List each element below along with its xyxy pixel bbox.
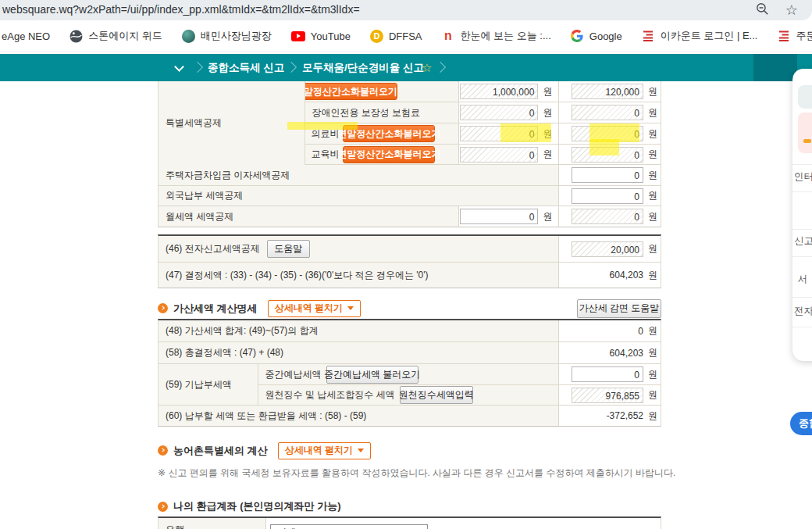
penalty-section-header: 가산세액 계산명세 상세내역 펼치기 가산세 감면 도움말 (158, 298, 661, 318)
housing-loan-interest-input[interactable]: 0 (572, 167, 643, 183)
ecount-icon (777, 30, 790, 43)
bookmark-dffsa[interactable]: D DFFSA (370, 30, 422, 43)
nav-tab-simple-filing[interactable]: 모두채움/단순경비율 신고 (302, 61, 424, 75)
table-row: 외국납부 세액공제 0원 (158, 186, 661, 206)
url-bar[interactable]: websquare.wq?w2xPath=/ui/pp/index_pp.xml… (0, 0, 812, 20)
foreign-tax-credit-input[interactable]: 0 (572, 188, 643, 204)
penalty-reduction-help-button[interactable]: 가산세 감면 도움말 (577, 299, 661, 318)
determined-tax-value: 604,203 (610, 270, 643, 281)
youtube-icon (291, 31, 305, 41)
dropdown-arrow-icon (347, 306, 354, 310)
row-label: 교육비 (311, 148, 339, 161)
expand-detail-button[interactable]: 상세내역 펼치기 (278, 442, 371, 459)
yearend-simplified-import-button[interactable]: 연말정산간소화불러오기 (294, 83, 397, 100)
won-suffix: 원 (543, 106, 553, 120)
quick-menu-panel: 인터 신고 서 전자 (792, 69, 812, 361)
won-suffix: 원 (648, 127, 658, 141)
interim-prepayment-import-button[interactable]: 중간예납세액 불러오기 (326, 366, 418, 384)
disability-insurance-input-1[interactable]: 0 (460, 105, 538, 120)
divider (792, 297, 812, 298)
row-label: (48) 가산세액 합계: (49)~(57)의 합계 (166, 324, 319, 338)
won-suffix: 원 (648, 189, 658, 202)
quick-menu-item[interactable]: 인터 (794, 170, 812, 184)
insurance-premium-input-1[interactable]: 1,000,000 (460, 84, 538, 99)
efile-credit-input[interactable]: 20,000 (572, 241, 643, 257)
zoom-out-icon[interactable] (755, 2, 770, 20)
bookmark-order-entry[interactable]: 주문서입력 (777, 29, 812, 43)
planet-icon (182, 30, 195, 43)
letter-d-icon: D (370, 30, 383, 43)
quick-menu-item[interactable]: 신고 (794, 234, 812, 248)
naver-n-icon: n (442, 30, 455, 43)
won-suffix: 원 (648, 148, 658, 161)
special-tax-credit-table: 특별세액공제 연말정산간소화불러오기 1,000,000원 120,000원 장… (158, 81, 661, 227)
bookmark-ecount-login[interactable]: 이카운트 로그인 | E... (642, 29, 758, 43)
breadcrumb-separator (192, 62, 203, 73)
bookmark-star-icon[interactable]: ☆ (785, 3, 798, 17)
withholding-tax-input[interactable]: 976,855 (572, 388, 643, 403)
table-row: 주택자금차입금 이자세액공제 0원 (158, 165, 661, 186)
divider (792, 229, 812, 230)
bookmark-label: DFFSA (389, 30, 422, 42)
withholding-tax-entry-button[interactable]: 원천징수세액입력 (400, 386, 473, 404)
won-suffix: 원 (543, 85, 553, 98)
table-row: 은행 선택 (158, 518, 661, 529)
monthly-rent-credit-input-2[interactable]: 0 (572, 209, 643, 224)
row-label: 월세액 세액공제 (166, 210, 233, 223)
won-suffix: 원 (648, 106, 658, 120)
education-expense-input-2[interactable]: 0 (572, 147, 643, 163)
won-suffix: 원 (648, 169, 658, 182)
bookmark-label: 이카운트 로그인 | E... (661, 29, 758, 43)
row-label: 장애인전용 보장성 보험료 (312, 106, 420, 120)
bookmark-naver-today[interactable]: n 한눈에 보는 오늘 :... (442, 29, 551, 43)
bank-select[interactable]: 선택 (270, 524, 428, 529)
quick-menu-item[interactable]: 전자 (794, 305, 812, 318)
quick-menu-accent (803, 139, 811, 143)
quick-menu-item[interactable]: 서 (798, 273, 808, 286)
special-deduction-label-cell: 특별세액공제 (158, 81, 305, 165)
row-label: (59) 기납부세액 (166, 378, 232, 391)
favorite-star-icon[interactable]: ☆ (422, 61, 432, 75)
yearend-simplified-import-button[interactable]: 연말정산간소화불러오기 (343, 125, 435, 142)
row-label: 은행 (166, 524, 184, 529)
won-suffix: 원 (648, 210, 658, 223)
top-nav-bar: 종합소득세 신고 모두채움/단순경비율 신고 ☆ (0, 54, 812, 81)
yearend-simplified-import-button[interactable]: 연말정산간소화불러오기 (343, 146, 435, 163)
nav-tab-income-tax[interactable]: 종합소득세 신고 (208, 61, 284, 75)
quick-menu-chip[interactable] (798, 85, 812, 109)
row-label: (46) 전자신고세액공제 (166, 242, 260, 256)
interim-prepayment-input[interactable]: 0 (572, 366, 643, 382)
refund-account-table: 은행 선택 (158, 516, 661, 529)
education-expense-input-1[interactable]: 0 (460, 147, 538, 163)
sub-row-label: 중간예납세액 (265, 368, 322, 381)
url-text[interactable]: websquare.wq?w2xPath=/ui/pp/index_pp.xml… (2, 3, 360, 16)
medical-expense-input-1[interactable]: 0 (460, 126, 538, 141)
won-suffix: 원 (648, 85, 658, 98)
insurance-premium-input-2[interactable]: 120,000 (572, 84, 643, 99)
row-label: 주택자금차입금 이자세액공제 (166, 169, 290, 182)
dropdown-arrow-icon (358, 449, 364, 452)
bookmark-label: Google (589, 30, 622, 42)
section-bullet-icon (158, 502, 168, 512)
monthly-rent-credit-input-1[interactable]: 0 (460, 209, 538, 224)
chat-help-button[interactable]: 종합 (790, 412, 812, 435)
medical-expense-input-2[interactable]: 0 (572, 126, 643, 141)
bookmark-baemin[interactable]: 배민사장님광장 (182, 29, 272, 43)
refund-account-section-header: 나의 환급계좌 (본인명의계좌만 가능) (158, 499, 661, 513)
bookmark-stoneage[interactable]: 스톤에이지 위드 (69, 29, 162, 43)
expand-detail-button[interactable]: 상세내역 펼치기 (268, 300, 361, 317)
disability-insurance-input-2[interactable]: 0 (572, 105, 643, 120)
bookmark-youtube[interactable]: YouTube (291, 30, 351, 42)
expand-detail-label: 상세내역 펼치기 (275, 302, 343, 315)
chevron-down-icon[interactable] (174, 62, 184, 72)
browser-window: websquare.wq?w2xPath=/ui/pp/index_pp.xml… (0, 0, 812, 529)
won-suffix: 원 (648, 368, 658, 381)
quick-menu-chip-active[interactable] (798, 113, 812, 153)
table-row: (47) 결정세액 : (33) - (34) - (35) - (36)('0… (158, 263, 661, 288)
help-button[interactable]: 도움말 (267, 240, 310, 258)
bookmark-eage-neo[interactable]: eAge NEO (2, 30, 50, 42)
bookmark-google[interactable]: Google (571, 30, 622, 43)
penalty-calc-table: (48) 가산세액 합계: (49)~(57)의 합계 0원 (58) 총결정세… (158, 319, 661, 427)
ecount-icon (642, 30, 655, 43)
bookmark-label: YouTube (311, 30, 351, 42)
